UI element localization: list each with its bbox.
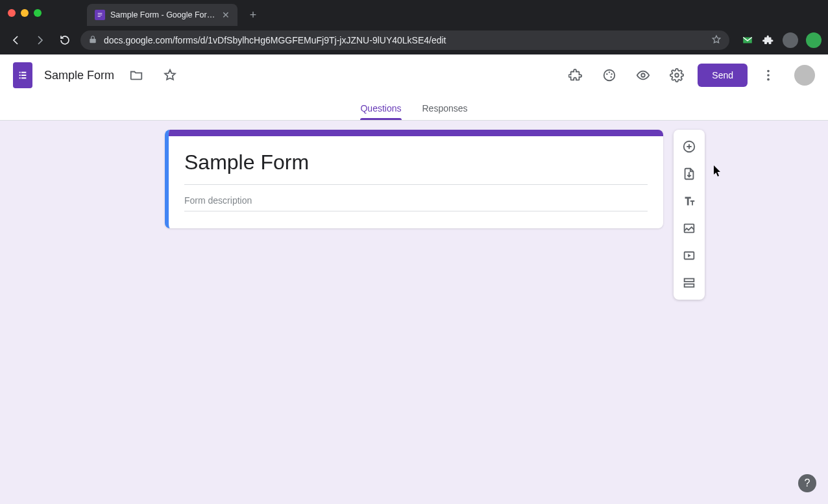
profile-avatar-2[interactable] xyxy=(806,32,822,48)
form-title-input[interactable]: Sample Form xyxy=(184,149,648,182)
new-tab-button[interactable]: + xyxy=(244,6,262,24)
forward-button[interactable] xyxy=(31,31,49,49)
window-close-icon[interactable] xyxy=(8,9,16,17)
address-bar[interactable]: docs.google.com/forms/d/1vDfSbylhcHg6MGG… xyxy=(80,30,729,50)
close-tab-icon[interactable]: ✕ xyxy=(222,10,230,19)
forms-favicon-icon xyxy=(95,10,105,20)
svg-rect-7 xyxy=(19,77,21,78)
url-text: docs.google.com/forms/d/1vDfSbylhcHg6MGG… xyxy=(104,35,705,45)
lock-icon xyxy=(88,35,97,46)
svg-rect-23 xyxy=(685,284,694,287)
browser-chrome: Sample Form - Google Forms ✕ + docs.goog… xyxy=(0,0,828,54)
editor-tabs: Questions Responses xyxy=(0,96,828,121)
svg-point-17 xyxy=(767,74,770,77)
tab-strip: Sample Form - Google Forms ✕ + xyxy=(87,0,262,26)
forms-logo-icon[interactable] xyxy=(13,62,32,88)
svg-rect-0 xyxy=(98,13,103,14)
window-controls xyxy=(8,9,42,17)
browser-tab-title: Sample Form - Google Forms xyxy=(110,10,217,19)
svg-rect-8 xyxy=(21,77,26,78)
svg-point-13 xyxy=(611,77,612,78)
tab-questions[interactable]: Questions xyxy=(360,103,401,120)
extension-mail-icon[interactable] xyxy=(741,34,754,47)
toolbar-row: docs.google.com/forms/d/1vDfSbylhcHg6MGG… xyxy=(0,26,828,54)
svg-point-10 xyxy=(606,73,607,75)
divider xyxy=(184,184,648,185)
svg-rect-2 xyxy=(98,16,101,17)
svg-rect-6 xyxy=(21,75,26,76)
more-menu-button[interactable] xyxy=(755,62,781,88)
add-video-button[interactable] xyxy=(676,243,702,269)
card-accent-bar xyxy=(169,130,663,136)
add-image-button[interactable] xyxy=(676,215,702,241)
svg-point-12 xyxy=(611,73,613,75)
question-toolbar xyxy=(674,130,705,300)
svg-point-11 xyxy=(609,71,610,73)
tab-responses[interactable]: Responses xyxy=(422,103,468,120)
account-avatar[interactable] xyxy=(794,65,815,86)
svg-rect-4 xyxy=(21,72,26,73)
add-question-button[interactable] xyxy=(676,134,702,160)
bookmark-star-icon[interactable] xyxy=(711,34,722,47)
extension-icons xyxy=(741,32,822,48)
help-button[interactable]: ? xyxy=(798,474,816,492)
reload-button[interactable] xyxy=(56,31,74,49)
move-to-folder-button[interactable] xyxy=(123,62,149,88)
svg-rect-22 xyxy=(685,279,694,282)
svg-point-9 xyxy=(604,70,615,81)
form-header-card[interactable]: Sample Form xyxy=(165,130,663,228)
star-button[interactable] xyxy=(157,62,183,88)
window-minimize-icon[interactable] xyxy=(21,9,29,17)
addons-button[interactable] xyxy=(563,62,589,88)
window-maximize-icon[interactable] xyxy=(34,9,42,17)
app-header: Sample Form Send xyxy=(0,54,828,96)
svg-rect-3 xyxy=(19,72,21,73)
import-questions-button[interactable] xyxy=(676,161,702,187)
add-title-button[interactable] xyxy=(676,188,702,214)
preview-button[interactable] xyxy=(630,62,656,88)
form-description-input[interactable] xyxy=(184,193,648,211)
extensions-puzzle-icon[interactable] xyxy=(762,34,775,47)
form-canvas: Sample Form xyxy=(0,121,828,504)
send-button[interactable]: Send xyxy=(698,64,748,87)
add-section-button[interactable] xyxy=(676,270,702,296)
browser-tab[interactable]: Sample Form - Google Forms ✕ xyxy=(87,4,237,26)
profile-avatar-1[interactable] xyxy=(783,32,798,48)
svg-point-16 xyxy=(767,70,770,73)
help-icon: ? xyxy=(805,477,810,489)
svg-point-14 xyxy=(642,73,646,77)
svg-point-18 xyxy=(767,78,770,81)
back-button[interactable] xyxy=(6,31,25,49)
svg-rect-5 xyxy=(19,75,21,76)
customize-theme-button[interactable] xyxy=(596,62,622,88)
svg-point-15 xyxy=(676,73,679,77)
svg-rect-1 xyxy=(98,15,103,16)
document-title[interactable]: Sample Form xyxy=(43,66,116,85)
settings-button[interactable] xyxy=(664,62,690,88)
title-bar: Sample Form - Google Forms ✕ + xyxy=(0,0,828,26)
